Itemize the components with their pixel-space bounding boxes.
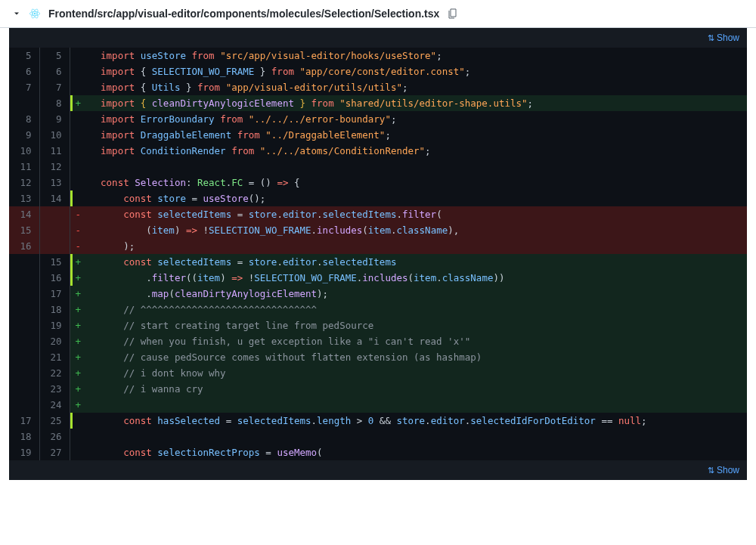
new-line-number[interactable]: 22 [39, 365, 70, 381]
old-line-number[interactable] [9, 270, 39, 286]
code-line[interactable] [86, 429, 747, 444]
code-line[interactable]: // ^^^^^^^^^^^^^^^^^^^^^^^^^^^^^^^ [86, 302, 747, 317]
new-line-number[interactable]: 12 [39, 159, 70, 175]
new-line-number[interactable]: 10 [39, 127, 70, 143]
diff-row-deletion: 15- (item) => !SELECTION_WO_FRAME.includ… [9, 222, 747, 238]
code-line[interactable]: const selectedItems = store.editor.selec… [86, 254, 747, 270]
code-line[interactable]: import ConditionRender from "../../atoms… [86, 143, 747, 159]
code-line[interactable]: import useStore from "src/app/visual-edi… [86, 48, 747, 63]
chevron-down-icon[interactable] [12, 9, 21, 18]
old-line-number[interactable]: 7 [9, 79, 39, 95]
diff-row-context: 77 import { Utils } from "app/visual-edi… [9, 79, 747, 95]
code-line[interactable]: const selectionRectProps = useMemo( [86, 444, 747, 460]
old-line-number[interactable] [9, 349, 39, 365]
old-line-number[interactable] [9, 381, 39, 397]
new-line-number[interactable]: 5 [39, 48, 70, 63]
old-line-number[interactable] [9, 333, 39, 349]
new-line-number[interactable]: 9 [39, 111, 70, 127]
code-line[interactable]: .filter((item) => !SELECTION_WO_FRAME.in… [86, 270, 747, 286]
show-more-bottom-link[interactable]: Show [708, 465, 739, 475]
file-path[interactable]: Frontend/src/app/visual-editor/component… [48, 8, 439, 20]
new-line-number[interactable]: 15 [39, 254, 70, 270]
old-line-number[interactable]: 12 [9, 175, 39, 190]
new-line-number[interactable]: 16 [39, 270, 70, 286]
code-line[interactable]: // i wanna cry [86, 381, 747, 397]
old-line-number[interactable]: 6 [9, 63, 39, 79]
new-line-number[interactable]: 19 [39, 317, 70, 333]
new-line-number[interactable]: 11 [39, 143, 70, 159]
old-line-number[interactable] [9, 317, 39, 333]
old-line-number[interactable]: 14 [9, 206, 39, 222]
code-line[interactable]: // cause pedSource comes without flatten… [86, 349, 747, 365]
diff-row-addition: 21+ // cause pedSource comes without fla… [9, 349, 747, 365]
diff-row-addition: 19+ // start creating target line from p… [9, 317, 747, 333]
code-line[interactable]: // i dont know why [86, 365, 747, 381]
diff-container: Show 55 import useStore from "src/app/vi… [9, 28, 747, 480]
new-line-number[interactable] [39, 206, 70, 222]
copy-path-icon[interactable] [447, 8, 459, 20]
diff-row-deletion: 16- ); [9, 238, 747, 254]
new-line-number[interactable]: 21 [39, 349, 70, 365]
code-line[interactable]: const selectedItems = store.editor.selec… [86, 206, 747, 222]
code-line[interactable]: import { Utils } from "app/visual-editor… [86, 79, 747, 95]
diff-table: 55 import useStore from "src/app/visual-… [9, 48, 747, 460]
diff-row-context: 66 import { SELECTION_WO_FRAME } from "a… [9, 63, 747, 79]
new-line-number[interactable]: 25 [39, 413, 70, 429]
new-line-number[interactable]: 24 [39, 397, 70, 413]
old-line-number[interactable]: 19 [9, 444, 39, 460]
new-line-number[interactable] [39, 238, 70, 254]
code-line[interactable]: // start creating target line from pedSo… [86, 317, 747, 333]
old-line-number[interactable]: 13 [9, 190, 39, 206]
old-line-number[interactable] [9, 95, 39, 111]
old-line-number[interactable]: 5 [9, 48, 39, 63]
code-line[interactable]: import { SELECTION_WO_FRAME } from "app/… [86, 63, 747, 79]
code-line[interactable]: // when you finish, u get exception like… [86, 333, 747, 349]
old-line-number[interactable] [9, 286, 39, 302]
diff-marker: + [70, 333, 86, 349]
old-line-number[interactable] [9, 302, 39, 317]
diff-row-deletion: 14- const selectedItems = store.editor.s… [9, 206, 747, 222]
code-line[interactable]: const store = useStore(); [86, 190, 747, 206]
diff-marker [70, 413, 86, 429]
new-line-number[interactable]: 8 [39, 95, 70, 111]
old-line-number[interactable]: 18 [9, 429, 39, 444]
show-more-top-link[interactable]: Show [708, 33, 739, 43]
old-line-number[interactable] [9, 365, 39, 381]
new-line-number[interactable]: 17 [39, 286, 70, 302]
diff-row-context: 1927 const selectionRectProps = useMemo( [9, 444, 747, 460]
code-line[interactable] [86, 159, 747, 175]
new-line-number[interactable]: 13 [39, 175, 70, 190]
new-line-number[interactable] [39, 222, 70, 238]
new-line-number[interactable]: 7 [39, 79, 70, 95]
diff-marker: - [70, 222, 86, 238]
diff-marker [70, 111, 86, 127]
code-line[interactable] [86, 397, 747, 413]
old-line-number[interactable]: 11 [9, 159, 39, 175]
code-line[interactable]: const hasSelected = selectedItems.length… [86, 413, 747, 429]
new-line-number[interactable]: 23 [39, 381, 70, 397]
old-line-number[interactable]: 9 [9, 127, 39, 143]
new-line-number[interactable]: 27 [39, 444, 70, 460]
old-line-number[interactable]: 16 [9, 238, 39, 254]
code-line[interactable]: const Selection: React.FC = () => { [86, 175, 747, 190]
new-line-number[interactable]: 18 [39, 302, 70, 317]
diff-marker: + [70, 397, 86, 413]
diff-marker [70, 63, 86, 79]
code-line[interactable]: (item) => !SELECTION_WO_FRAME.includes(i… [86, 222, 747, 238]
code-line[interactable]: import { cleanDirtyAnylogicElement } fro… [86, 95, 747, 111]
old-line-number[interactable]: 17 [9, 413, 39, 429]
old-line-number[interactable]: 10 [9, 143, 39, 159]
code-line[interactable]: .map(cleanDirtyAnylogicElement); [86, 286, 747, 302]
old-line-number[interactable]: 8 [9, 111, 39, 127]
old-line-number[interactable] [9, 254, 39, 270]
old-line-number[interactable]: 15 [9, 222, 39, 238]
code-line[interactable]: ); [86, 238, 747, 254]
new-line-number[interactable]: 6 [39, 63, 70, 79]
diff-marker: + [70, 302, 86, 317]
code-line[interactable]: import DraggableElement from "../Draggab… [86, 127, 747, 143]
code-line[interactable]: import ErrorBoundary from "../../../erro… [86, 111, 747, 127]
new-line-number[interactable]: 20 [39, 333, 70, 349]
new-line-number[interactable]: 26 [39, 429, 70, 444]
new-line-number[interactable]: 14 [39, 190, 70, 206]
old-line-number[interactable] [9, 397, 39, 413]
